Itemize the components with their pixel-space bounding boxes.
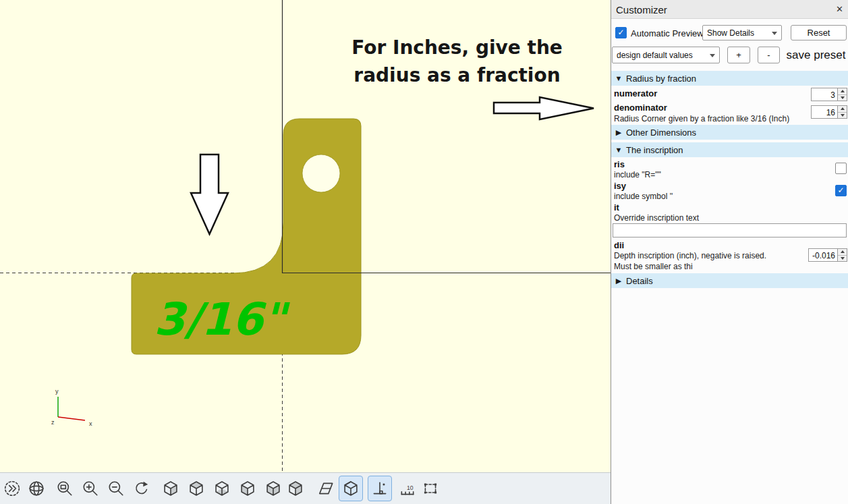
section-details-title: Details [626,276,653,286]
section-other-dimensions[interactable]: ▶ Other Dimensions [611,125,848,140]
zoom-window-icon[interactable] [53,476,77,501]
denominator-description: Radius Corner given by a fraction like 3… [614,114,810,123]
save-preset-label: save preset [787,49,846,62]
preset-dropdown[interactable]: design default values [612,47,720,63]
reset-button-label: Reset [808,28,830,38]
view-toolbar: 10 [0,472,611,504]
spin-down-icon[interactable] [838,95,847,101]
details-dropdown-value: Show Details [707,28,754,38]
spin-up-icon[interactable] [838,88,847,95]
numerator-spinbox[interactable]: 3 [811,88,847,101]
ris-label: ris [614,159,625,169]
section-other-dimensions-title: Other Dimensions [626,128,696,138]
dii-description: Depth inscription (inch), negative is ra… [614,251,806,260]
ris-description: include "R="" [614,170,661,179]
chevron-down-icon [710,54,715,57]
dii-value: -0.016 [809,249,837,261]
annotation-text: For Inches, give the radius as a fractio… [341,34,573,89]
annotation-line-1: For Inches, give the [341,34,573,61]
it-label: it [614,202,619,213]
zoom-out-icon[interactable] [104,476,128,501]
customizer-titlebar: Customizer ✕ [611,0,848,19]
denominator-spinbox[interactable]: 16 [811,105,847,119]
denominator-spin-buttons[interactable] [837,106,847,118]
x-axis-arrow [58,417,85,420]
section-inscription-title: The inscription [626,145,683,155]
triangle-down-icon: ▼ [611,74,626,82]
show-axes-icon[interactable] [368,476,392,501]
it-description: Override inscription text [614,213,699,223]
numerator-value: 3 [812,88,837,101]
automatic-preview-checkbox[interactable]: ✓ [615,27,627,38]
numerator-spin-buttons[interactable] [837,88,847,101]
denominator-label: denominator [614,103,667,113]
view-left-icon[interactable] [235,476,260,501]
spin-down-icon[interactable] [838,256,847,262]
ris-checkbox[interactable] [835,163,847,174]
sphere-icon[interactable] [24,476,49,501]
model-inscription-text: 3/16" [154,293,291,345]
view-top-icon[interactable] [184,476,208,501]
down-arrow [191,155,228,234]
automatic-preview-label: Automatic Preview [631,28,704,38]
isy-checkbox[interactable]: ✓ [835,185,847,196]
annotation-line-2: radius as a fraction [341,61,573,89]
spin-down-icon[interactable] [838,113,847,119]
dii-spinbox[interactable]: -0.016 [808,248,847,262]
section-radius-by-fraction[interactable]: ▼ Radius by fraction [611,71,848,86]
details-dropdown[interactable]: Show Details [702,25,782,40]
close-icon[interactable]: ✕ [836,4,843,14]
zoom-in-icon[interactable] [78,476,103,501]
customizer-panel: Customizer ✕ ✓ Automatic Preview Show De… [611,0,848,504]
scale-marker-label: 10 [407,484,414,491]
view-front-icon[interactable] [261,476,285,501]
axis-label-z: z [51,419,55,426]
dii-note: Must be smaller as thi [614,262,693,271]
check-icon: ✓ [617,28,624,37]
3d-viewport[interactable]: 3/16" For Inches, give the radius as a f… [0,0,611,472]
triangle-right-icon: ▶ [611,128,626,137]
section-the-inscription[interactable]: ▼ The inscription [611,142,848,157]
axis-label-y: y [55,388,59,395]
isy-label: isy [614,181,626,191]
numerator-label: numerator [614,88,657,99]
right-arrow [494,97,594,119]
isy-description: include symbol '' [614,192,673,201]
openscad-window: 3/16" For Inches, give the radius as a f… [0,0,848,504]
reset-button[interactable]: Reset [791,25,847,40]
orthographic-icon[interactable] [339,476,363,501]
perspective-icon[interactable] [314,476,338,501]
remove-preset-label: - [767,50,770,60]
show-scale-markers-icon[interactable]: 10 [395,476,420,501]
toolbar-overflow-icon[interactable] [0,476,24,501]
axis-label-x: x [89,420,92,427]
reset-rotation-icon[interactable] [130,476,154,501]
origin-axis-indicator: y x z [34,385,108,435]
model-hole [302,155,340,192]
save-preset-button[interactable]: save preset [784,46,848,64]
spin-up-icon[interactable] [838,249,847,256]
triangle-right-icon: ▶ [611,277,626,285]
view-right-icon[interactable] [159,476,183,501]
view-all-icon[interactable] [418,476,443,501]
view-bottom-icon[interactable] [210,476,234,501]
check-icon: ✓ [837,186,844,195]
section-details[interactable]: ▶ Details [611,273,848,288]
triangle-down-icon: ▼ [611,146,626,154]
section-radius-title: Radius by fraction [626,74,696,84]
add-preset-label: + [736,50,741,60]
override-inscription-input[interactable] [613,223,847,237]
denominator-value: 16 [812,106,837,118]
view-back-icon[interactable] [283,476,308,501]
spin-up-icon[interactable] [838,106,847,113]
customizer-title: Customizer [616,4,667,16]
chevron-down-icon [772,32,777,35]
dii-label: dii [614,240,624,250]
add-preset-button[interactable]: + [727,47,750,63]
dii-spin-buttons[interactable] [837,249,847,261]
preset-dropdown-value: design default values [617,51,693,60]
remove-preset-button[interactable]: - [758,47,780,63]
